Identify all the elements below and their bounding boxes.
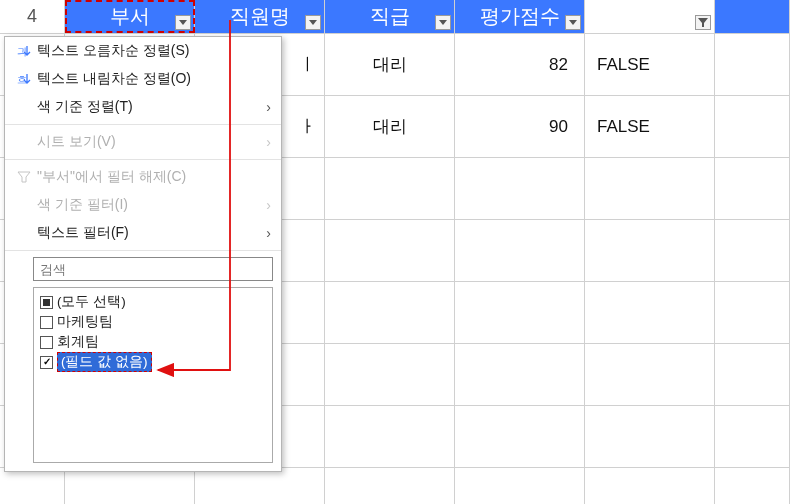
- svg-marker-7: [18, 172, 30, 182]
- checkbox-icon: [40, 296, 53, 309]
- empty-cell[interactable]: [585, 344, 715, 405]
- empty-cell[interactable]: [65, 468, 195, 504]
- empty-cell: [715, 96, 790, 157]
- column-header-rank[interactable]: 직급: [325, 0, 455, 33]
- empty-cell[interactable]: [455, 158, 585, 219]
- checkbox-label: (필드 값 없음): [57, 352, 152, 372]
- empty-cell[interactable]: [455, 220, 585, 281]
- filter-search-box: [33, 257, 273, 281]
- menu-separator: [5, 124, 281, 125]
- dropdown-arrow-icon: [439, 20, 447, 26]
- checkbox-icon: [40, 356, 53, 369]
- checkbox-label: (모두 선택): [57, 293, 126, 311]
- filter-active-icon: [698, 18, 708, 28]
- cell-extra[interactable]: FALSE: [585, 96, 715, 157]
- checkbox-option[interactable]: 회계팀: [40, 332, 266, 352]
- menu-separator: [5, 250, 281, 251]
- empty-cell[interactable]: [455, 468, 585, 504]
- empty-cell: [715, 220, 790, 281]
- filter-dropdown-button[interactable]: [175, 15, 191, 30]
- empty-cell[interactable]: [455, 406, 585, 467]
- checkbox-select-all[interactable]: (모두 선택): [40, 292, 266, 312]
- empty-cell[interactable]: [585, 406, 715, 467]
- empty-cell[interactable]: [455, 282, 585, 343]
- filter-dropdown-panel: 긔 텍스트 오름차순 정렬(S) 흐 텍스트 내림차순 정렬(O) 색 기준 정…: [4, 36, 282, 472]
- empty-cell: [715, 158, 790, 219]
- empty-cell[interactable]: [325, 158, 455, 219]
- menu-separator: [5, 159, 281, 160]
- cell-extra[interactable]: FALSE: [585, 34, 715, 95]
- text-filter-item[interactable]: 텍스트 필터(F) ›: [5, 219, 281, 247]
- empty-cell: [715, 406, 790, 467]
- svg-marker-3: [569, 20, 577, 25]
- filter-dropdown-button[interactable]: [695, 15, 711, 30]
- chevron-right-icon: ›: [257, 99, 271, 115]
- chevron-right-icon: ›: [257, 225, 271, 241]
- clear-filter-icon: [13, 170, 35, 184]
- clear-filter-item: "부서"에서 필터 해제(C): [5, 163, 281, 191]
- checkbox-option[interactable]: 마케팅팀: [40, 312, 266, 332]
- header-row: 4 부서 직원명 직급 평가점수: [0, 0, 790, 34]
- empty-cell: [715, 468, 790, 504]
- column-header-score[interactable]: 평가점수: [455, 0, 585, 33]
- header-label: 직원명: [230, 3, 290, 30]
- cell-rank[interactable]: 대리: [325, 34, 455, 95]
- checkbox-icon: [40, 316, 53, 329]
- sort-ascending-item[interactable]: 긔 텍스트 오름차순 정렬(S): [5, 37, 281, 65]
- filter-dropdown-button[interactable]: [305, 15, 321, 30]
- sort-descending-item[interactable]: 흐 텍스트 내림차순 정렬(O): [5, 65, 281, 93]
- svg-text:흐: 흐: [17, 74, 27, 85]
- menu-label: 텍스트 오름차순 정렬(S): [35, 42, 271, 60]
- checkbox-label: 회계팀: [57, 333, 99, 351]
- dropdown-arrow-icon: [309, 20, 317, 26]
- empty-cell[interactable]: [325, 220, 455, 281]
- empty-cell: [715, 0, 790, 33]
- empty-cell[interactable]: [455, 344, 585, 405]
- empty-cell: [715, 282, 790, 343]
- empty-cell[interactable]: [325, 344, 455, 405]
- chevron-right-icon: ›: [257, 134, 271, 150]
- chevron-right-icon: ›: [257, 197, 271, 213]
- column-header-dept[interactable]: 부서: [65, 0, 195, 33]
- empty-cell: [715, 344, 790, 405]
- empty-cell[interactable]: [325, 282, 455, 343]
- svg-marker-1: [309, 20, 317, 25]
- dropdown-arrow-icon: [569, 20, 577, 26]
- empty-cell[interactable]: [585, 220, 715, 281]
- sheet-view-item: 시트 보기(V) ›: [5, 128, 281, 156]
- svg-text:긔: 긔: [17, 46, 27, 57]
- empty-cell[interactable]: [325, 468, 455, 504]
- filter-by-color-item: 색 기준 필터(I) ›: [5, 191, 281, 219]
- empty-cell[interactable]: [585, 468, 715, 504]
- column-header-extra[interactable]: [585, 0, 715, 33]
- filter-search-input[interactable]: [33, 257, 273, 281]
- checkbox-icon: [40, 336, 53, 349]
- empty-cell[interactable]: [325, 406, 455, 467]
- empty-cell[interactable]: [585, 158, 715, 219]
- row-number-cell[interactable]: 4: [0, 0, 65, 33]
- cell-score[interactable]: 82: [455, 34, 585, 95]
- dropdown-arrow-icon: [179, 20, 187, 26]
- checkbox-option-blanks[interactable]: (필드 값 없음): [40, 352, 266, 372]
- row-number-cell[interactable]: [0, 468, 65, 504]
- sort-asc-icon: 긔: [13, 44, 35, 58]
- menu-label: 텍스트 내림차순 정렬(O): [35, 70, 271, 88]
- filter-dropdown-button[interactable]: [435, 15, 451, 30]
- sort-desc-icon: 흐: [13, 72, 35, 86]
- svg-marker-0: [179, 20, 187, 25]
- cell-rank[interactable]: 대리: [325, 96, 455, 157]
- menu-label: 시트 보기(V): [35, 133, 257, 151]
- filter-dropdown-button[interactable]: [565, 15, 581, 30]
- header-label: 직급: [370, 3, 410, 30]
- sort-by-color-item[interactable]: 색 기준 정렬(T) ›: [5, 93, 281, 121]
- svg-marker-2: [439, 20, 447, 25]
- menu-label: "부서"에서 필터 해제(C): [35, 168, 271, 186]
- empty-cell[interactable]: [585, 282, 715, 343]
- cell-score[interactable]: 90: [455, 96, 585, 157]
- filter-checklist: (모두 선택) 마케팅팀 회계팀 (필드 값 없음): [33, 287, 273, 463]
- table-row: [0, 468, 790, 504]
- column-header-name[interactable]: 직원명: [195, 0, 325, 33]
- menu-label: 색 기준 필터(I): [35, 196, 257, 214]
- menu-label: 색 기준 정렬(T): [35, 98, 257, 116]
- empty-cell[interactable]: [195, 468, 325, 504]
